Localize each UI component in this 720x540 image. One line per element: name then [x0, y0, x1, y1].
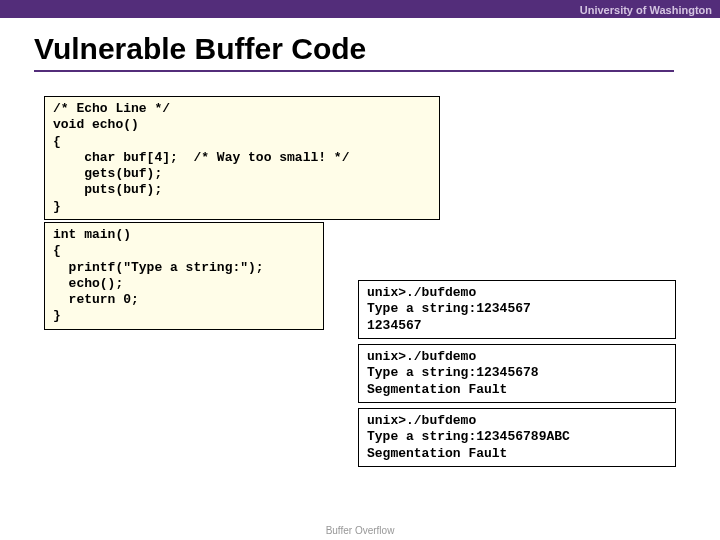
footer-label: Buffer Overflow — [0, 525, 720, 536]
output-box-3: unix>./bufdemo Type a string:123456789AB… — [358, 408, 676, 467]
code-echo-box: /* Echo Line */ void echo() { char buf[4… — [44, 96, 440, 220]
slide-title: Vulnerable Buffer Code — [34, 32, 674, 72]
output-box-2: unix>./bufdemo Type a string:12345678 Se… — [358, 344, 676, 403]
header-bar: University of Washington — [0, 0, 720, 18]
output-box-1: unix>./bufdemo Type a string:1234567 123… — [358, 280, 676, 339]
code-main-box: int main() { printf("Type a string:"); e… — [44, 222, 324, 330]
institution-label: University of Washington — [580, 4, 712, 16]
